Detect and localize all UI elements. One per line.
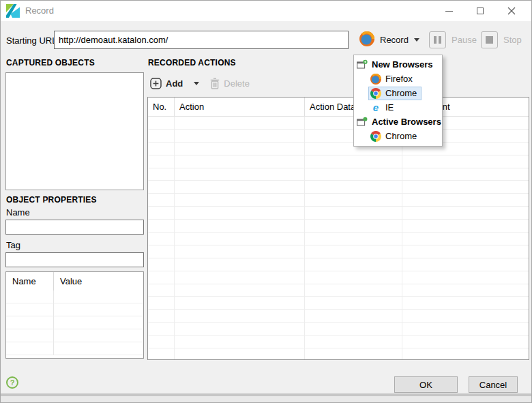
record-button[interactable]: Record: [359, 31, 419, 49]
stop-icon: [481, 31, 498, 48]
column-header-prop-value[interactable]: Value: [54, 272, 143, 290]
table-row: [148, 245, 529, 258]
stop-button-label: Stop: [503, 35, 522, 45]
column-header-prop-name[interactable]: Name: [6, 272, 54, 290]
firefox-icon: [370, 74, 381, 85]
close-button[interactable]: [496, 1, 527, 21]
menu-item-label: Chrome: [385, 88, 417, 98]
help-button[interactable]: ?: [6, 376, 18, 389]
table-row: [6, 303, 143, 316]
add-dropdown-caret-icon[interactable]: [194, 82, 199, 85]
table-row: [148, 310, 529, 323]
titlebar[interactable]: Record: [1, 1, 531, 21]
captured-objects-list[interactable]: [5, 72, 144, 190]
object-properties-table-header: Name Value: [6, 272, 143, 290]
name-label: Name: [6, 207, 30, 218]
menu-item-label: Chrome: [385, 131, 417, 141]
menu-item-label: IE: [385, 102, 394, 113]
table-row: [6, 342, 143, 355]
ie-icon: e: [370, 102, 381, 113]
maximize-button[interactable]: [464, 1, 496, 21]
table-row: [148, 181, 529, 194]
add-icon: [150, 78, 162, 89]
menu-item-firefox[interactable]: Firefox: [354, 72, 442, 86]
stop-button[interactable]: Stop: [481, 31, 522, 49]
new-browsers-icon: [357, 59, 368, 70]
recorded-actions-table-header: No. Action Action Data Element: [148, 98, 529, 117]
menu-item-chrome-active[interactable]: Chrome: [354, 129, 442, 143]
record-button-label: Record: [380, 35, 409, 45]
table-row: [148, 168, 529, 181]
starting-url-input[interactable]: [54, 31, 349, 49]
table-row: [148, 207, 529, 220]
ok-button[interactable]: OK: [394, 376, 458, 393]
chrome-icon: [370, 88, 381, 99]
captured-objects-heading: CAPTURED OBJECTS: [6, 58, 95, 68]
menu-item-chrome-new[interactable]: Chrome: [354, 86, 442, 100]
tag-input[interactable]: [5, 252, 144, 267]
record-dropdown-caret-icon[interactable]: [414, 38, 419, 42]
table-row: [148, 348, 529, 360]
object-properties-table: Name Value: [5, 271, 144, 359]
table-row: [148, 297, 529, 310]
column-header-action[interactable]: Action: [175, 98, 305, 116]
chrome-icon: [370, 131, 381, 142]
table-row: [148, 155, 529, 168]
table-row: [6, 329, 143, 342]
table-row: [148, 143, 529, 155]
table-row: [148, 323, 529, 335]
tag-label: Tag: [6, 240, 20, 250]
cancel-button[interactable]: Cancel: [469, 376, 518, 393]
table-row: [148, 258, 529, 271]
minimize-button[interactable]: [433, 1, 464, 21]
table-row: [148, 271, 529, 284]
record-dialog: Record Starting URL: [0, 0, 532, 403]
delete-button[interactable]: Delete: [210, 78, 250, 89]
column-header-no[interactable]: No.: [148, 98, 175, 116]
menu-section-new-browsers: New Browsers: [354, 57, 442, 72]
menu-section-label: New Browsers: [372, 59, 433, 70]
table-row: [148, 130, 529, 143]
table-row: [148, 194, 529, 207]
menu-item-ie[interactable]: e IE: [354, 100, 442, 115]
ok-button-label: OK: [419, 380, 432, 390]
recorded-actions-heading: RECORDED ACTIONS: [148, 58, 236, 68]
table-row: [148, 233, 529, 245]
minimize-icon: [445, 11, 453, 12]
menu-item-label: Firefox: [385, 74, 413, 84]
active-browsers-icon: [357, 117, 368, 128]
menu-section-active-browsers: Active Browsers: [354, 115, 442, 129]
cancel-button-label: Cancel: [479, 380, 507, 390]
window-title: Record: [25, 1, 54, 21]
table-row: [148, 117, 529, 130]
browser-dropdown-menu: New Browsers Firefox: [353, 55, 443, 147]
table-row: [148, 284, 529, 297]
pause-icon: [429, 31, 446, 48]
pause-button[interactable]: Pause: [429, 31, 477, 49]
recorded-actions-toolbar: Add Delete: [150, 74, 250, 93]
table-row: [6, 290, 143, 303]
add-button[interactable]: Add: [150, 78, 199, 89]
close-icon: [507, 7, 516, 15]
menu-section-label: Active Browsers: [372, 117, 441, 127]
starting-url-label: Starting URL: [6, 35, 57, 46]
object-properties-heading: OBJECT PROPERTIES: [6, 195, 97, 205]
add-button-label: Add: [166, 78, 183, 89]
katalon-logo: [6, 4, 20, 18]
firefox-icon: [359, 31, 374, 49]
table-row: [148, 220, 529, 233]
delete-button-label: Delete: [224, 78, 250, 89]
table-row: [6, 316, 143, 329]
trash-icon: [210, 78, 220, 89]
window-bottom-edge: [1, 393, 531, 402]
maximize-icon: [477, 8, 484, 14]
pause-button-label: Pause: [452, 35, 477, 45]
recorded-actions-table: No. Action Action Data Element: [147, 97, 529, 360]
name-input[interactable]: [5, 220, 144, 235]
help-icon: ?: [10, 378, 15, 387]
table-row: [148, 335, 529, 348]
